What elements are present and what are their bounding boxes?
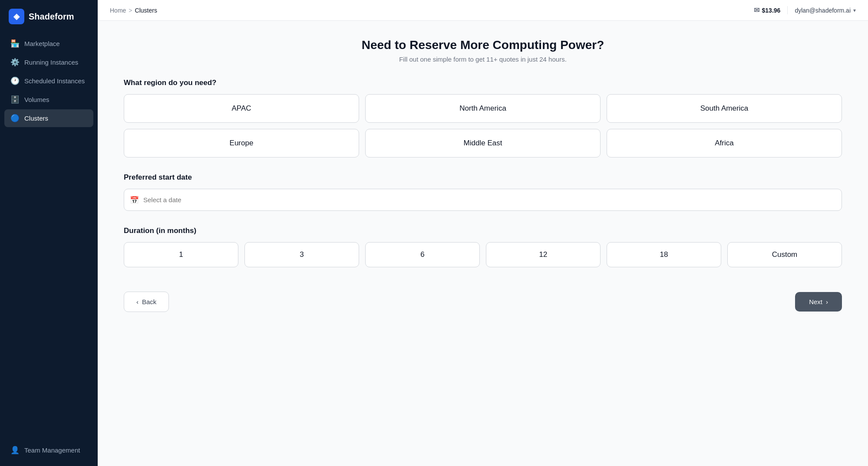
scheduled-instances-icon: 🕐 <box>10 76 19 85</box>
duration-section-label: Duration (in months) <box>124 226 842 235</box>
next-label: Next <box>809 298 822 305</box>
breadcrumb-separator: > <box>129 7 132 14</box>
page-heading: Need to Reserve More Computing Power? <box>124 38 842 52</box>
sidebar-item-marketplace[interactable]: 🏪 Marketplace <box>4 35 93 53</box>
balance-display: ✉ $13.96 <box>754 6 788 14</box>
running-instances-icon: ⚙️ <box>10 58 19 67</box>
chevron-down-icon: ▾ <box>853 7 856 13</box>
date-section: Preferred start date 📅 <box>124 173 842 211</box>
sidebar: ◈ Shadeform 🏪 Marketplace ⚙️ Running Ins… <box>0 0 98 466</box>
next-button[interactable]: Next › <box>795 292 842 312</box>
sidebar-item-label: Team Management <box>24 446 80 454</box>
back-chevron-icon: ‹ <box>136 298 139 305</box>
date-section-label: Preferred start date <box>124 173 842 182</box>
region-middle-east[interactable]: Middle East <box>365 129 601 158</box>
logo-icon: ◈ <box>9 9 24 24</box>
app-name: Shadeform <box>29 12 74 22</box>
team-management-icon: 👤 <box>10 446 19 455</box>
sidebar-item-label: Running Instances <box>24 59 78 66</box>
duration-12[interactable]: 12 <box>486 242 601 267</box>
region-section-label: What region do you need? <box>124 79 842 87</box>
topbar-right: ✉ $13.96 dylan@shadeform.ai ▾ <box>754 6 856 14</box>
main-area: Home > Clusters ✉ $13.96 dylan@shadeform… <box>98 0 868 466</box>
user-email: dylan@shadeform.ai <box>795 7 851 14</box>
app-logo: ◈ Shadeform <box>0 0 98 35</box>
region-africa[interactable]: Africa <box>607 129 842 158</box>
back-button[interactable]: ‹ Back <box>124 292 169 312</box>
date-input[interactable] <box>124 189 842 211</box>
duration-grid: 1 3 6 12 18 Custom <box>124 242 842 267</box>
sidebar-item-clusters[interactable]: 🔵 Clusters <box>4 109 93 127</box>
clusters-icon: 🔵 <box>10 114 19 123</box>
back-label: Back <box>142 298 156 305</box>
region-south-america[interactable]: South America <box>607 94 842 123</box>
duration-1[interactable]: 1 <box>124 242 238 267</box>
volumes-icon: 🗄️ <box>10 95 19 104</box>
mail-icon: ✉ <box>754 6 759 14</box>
calendar-icon: 📅 <box>130 195 139 204</box>
date-input-wrapper: 📅 <box>124 189 842 211</box>
topbar: Home > Clusters ✉ $13.96 dylan@shadeform… <box>98 0 868 21</box>
page-subtitle: Fill out one simple form to get 11+ quot… <box>124 56 842 63</box>
sidebar-item-label: Volumes <box>24 96 50 103</box>
region-grid: APAC North America South America Europe … <box>124 94 842 158</box>
marketplace-icon: 🏪 <box>10 39 19 48</box>
sidebar-item-team-management[interactable]: 👤 Team Management <box>4 441 93 459</box>
sidebar-nav: 🏪 Marketplace ⚙️ Running Instances 🕐 Sch… <box>0 35 98 434</box>
user-menu[interactable]: dylan@shadeform.ai ▾ <box>795 7 856 14</box>
breadcrumb-home[interactable]: Home <box>110 7 126 14</box>
sidebar-item-label: Scheduled Instances <box>24 77 85 85</box>
region-north-america[interactable]: North America <box>365 94 601 123</box>
sidebar-item-label: Clusters <box>24 115 48 122</box>
sidebar-item-scheduled-instances[interactable]: 🕐 Scheduled Instances <box>4 72 93 90</box>
duration-6[interactable]: 6 <box>365 242 480 267</box>
page-title: Need to Reserve More Computing Power? <box>124 38 842 52</box>
duration-section: Duration (in months) 1 3 6 12 18 Custom <box>124 226 842 267</box>
form-actions: ‹ Back Next › <box>124 288 842 312</box>
next-chevron-icon: › <box>826 298 828 305</box>
breadcrumb: Home > Clusters <box>110 7 157 14</box>
region-apac[interactable]: APAC <box>124 94 359 123</box>
breadcrumb-current: Clusters <box>135 7 157 14</box>
region-section: What region do you need? APAC North Amer… <box>124 79 842 158</box>
duration-18[interactable]: 18 <box>607 242 721 267</box>
sidebar-item-label: Marketplace <box>24 40 60 47</box>
sidebar-bottom: 👤 Team Management <box>0 434 98 466</box>
content-area: Need to Reserve More Computing Power? Fi… <box>98 21 868 466</box>
duration-3[interactable]: 3 <box>244 242 359 267</box>
sidebar-item-running-instances[interactable]: ⚙️ Running Instances <box>4 53 93 71</box>
balance-amount: $13.96 <box>762 7 781 14</box>
region-europe[interactable]: Europe <box>124 129 359 158</box>
sidebar-item-volumes[interactable]: 🗄️ Volumes <box>4 91 93 108</box>
duration-custom[interactable]: Custom <box>727 242 842 267</box>
